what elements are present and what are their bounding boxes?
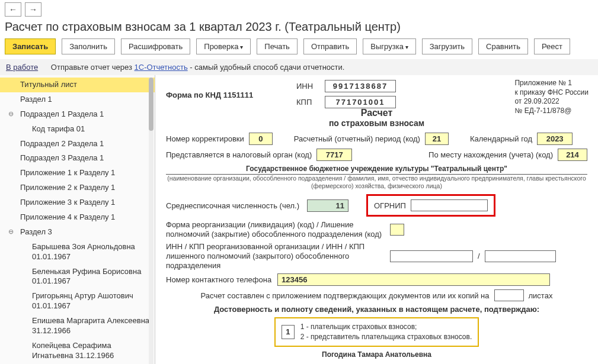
tree-toggle-icon[interactable]: ⊖: [8, 110, 15, 117]
tree-appendix-1[interactable]: Приложение 1 к Разделу 1: [0, 166, 155, 181]
back-button[interactable]: ←: [5, 2, 21, 17]
tree-section-3[interactable]: Раздел 3: [0, 225, 155, 240]
regs-button[interactable]: Реест: [534, 38, 570, 54]
docs-label-1: Расчет составлен с приложением подтвержд…: [201, 291, 490, 300]
signer-name: Погодина Тамара Анатольевна: [166, 350, 587, 359]
tree-appendix-3[interactable]: Приложение 3 к Разделу 1: [0, 195, 155, 210]
org-note: (наименование организации, обособленного…: [166, 175, 587, 189]
form-subtitle: по страховым взносам: [166, 118, 587, 128]
confirm-opt-1: 1 - плательщик страховых взносов;: [300, 322, 472, 332]
confirm-code-field[interactable]: 1: [282, 325, 295, 339]
tree-person[interactable]: Епишева Маргарита Алексеевна 31.12.1966: [0, 314, 155, 339]
inn-label: ИНН: [296, 82, 320, 91]
forward-button[interactable]: →: [25, 2, 41, 17]
sidebar-scrollbar[interactable]: [149, 78, 154, 364]
write-button[interactable]: Записать: [5, 38, 56, 54]
docs-label-2: листах: [529, 291, 553, 300]
upload-button[interactable]: Выгрузка: [363, 38, 415, 54]
tree-title-page[interactable]: Титульный лист: [0, 78, 155, 92]
kpp-label: КПП: [296, 98, 320, 107]
tree-subsection-1-2[interactable]: Подраздел 2 Раздела 1: [0, 137, 155, 152]
regulation-box: Приложение № 1 к приказу ФНС России от 2…: [514, 79, 589, 115]
ogrnip-field[interactable]: [411, 199, 488, 211]
inn-reorg-field-2[interactable]: [485, 250, 556, 262]
kpp-field[interactable]: 771701001: [325, 96, 396, 108]
tree-subsection-1-1[interactable]: Подраздел 1 Раздела 1: [0, 107, 155, 122]
print-button[interactable]: Печать: [257, 38, 298, 54]
confirm-opt-2: 2 - представитель плательщика страховых …: [300, 332, 472, 342]
avg-label: Среднесписочная численность (чел.): [166, 201, 302, 210]
tax-field[interactable]: 7717: [316, 149, 352, 161]
compare-button[interactable]: Сравнить: [478, 38, 528, 54]
decode-button[interactable]: Расшифровать: [121, 38, 190, 54]
place-label: По месту нахождения (учета) (код): [428, 150, 553, 159]
tree-appendix-4[interactable]: Приложение 4 к Разделу 1: [0, 210, 155, 225]
status-prefix: Отправьте отчет через: [51, 63, 135, 72]
sep: /: [478, 252, 480, 260]
form-content: Приложение № 1 к приказу ФНС России от 2…: [155, 75, 598, 364]
place-field[interactable]: 214: [558, 149, 587, 161]
load-button[interactable]: Загрузить: [422, 38, 472, 54]
corr-field[interactable]: 0: [249, 133, 273, 145]
sidebar: Титульный лист Раздел 1 ⊖ Подраздел 1 Ра…: [0, 75, 155, 364]
tree-person[interactable]: Григорьянц Артур Ашотович 01.01.1967: [0, 289, 155, 314]
inn-reorg-label: ИНН / КПП реорганизованной организации /…: [166, 242, 385, 270]
confirm-title: Достоверность и полноту сведений, указан…: [166, 305, 587, 314]
reorg-label: Форма реорганизации (ликвидация) (код) /…: [166, 220, 385, 239]
inn-field[interactable]: 9917138687: [325, 80, 396, 92]
docs-field[interactable]: [494, 289, 524, 301]
fill-button[interactable]: Заполнить: [62, 38, 115, 54]
tree-appendix-2[interactable]: Приложение 2 к Разделу 1: [0, 181, 155, 195]
inn-reorg-field-1[interactable]: [390, 250, 473, 262]
org-name: Государственное бюджетное учреждение кул…: [166, 165, 587, 173]
status-label[interactable]: В работе: [6, 63, 38, 72]
corr-label: Номер корректировки: [166, 134, 244, 143]
tree-toggle-icon[interactable]: ⊖: [8, 228, 15, 235]
phone-label: Номер контактного телефона: [166, 275, 273, 284]
send-button[interactable]: Отправить: [303, 38, 357, 54]
ogrnip-label: ОГРНИП: [374, 201, 406, 210]
period-field[interactable]: 21: [425, 133, 449, 145]
tax-label: Представляется в налоговый орган (код): [166, 150, 312, 159]
tree-section-1[interactable]: Раздел 1: [0, 92, 155, 107]
year-label: Календарный год: [470, 134, 532, 143]
tree-person[interactable]: Барышева Зоя Арнольдовна 01.01.1967: [0, 240, 155, 265]
tree-person[interactable]: Беленькая Руфина Борисовна 01.01.1967: [0, 265, 155, 289]
status-suffix: - самый удобный способ сдачи отчетности.: [190, 63, 344, 72]
tree-person[interactable]: Копейцева Серафима Игнатьевна 31.12.1966: [0, 339, 155, 363]
page-title: Расчет по страховым взносам за 1 квартал…: [0, 19, 598, 36]
avg-field[interactable]: 11: [307, 199, 348, 212]
tree-subsection-1-3[interactable]: Подраздел 3 Раздела 1: [0, 151, 155, 166]
phone-field[interactable]: 123456: [277, 273, 550, 286]
tree-tariff[interactable]: Код тарифа 01: [0, 122, 155, 137]
status-link[interactable]: 1С-Отчетность: [135, 63, 188, 72]
period-label: Расчетный (отчетный) период (код): [294, 134, 420, 143]
year-field[interactable]: 2023: [537, 133, 573, 145]
reorg-field[interactable]: [390, 224, 404, 236]
check-button[interactable]: Проверка: [196, 38, 251, 54]
